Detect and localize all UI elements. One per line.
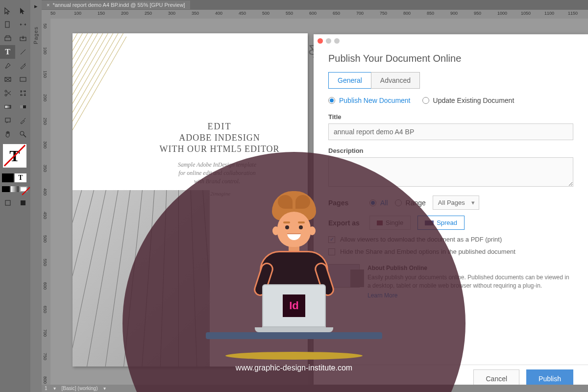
about-publish-online: About Publish Online Easily publish your… bbox=[328, 264, 573, 300]
svg-rect-22 bbox=[21, 200, 25, 205]
export-as-label: Export as bbox=[328, 219, 363, 227]
svg-point-19 bbox=[20, 131, 24, 135]
view-mode-preview[interactable] bbox=[15, 196, 30, 210]
swatch-fill-black[interactable] bbox=[2, 173, 14, 182]
tab-close-icon[interactable]: × bbox=[47, 2, 49, 8]
swatch-mini-gradient[interactable] bbox=[11, 186, 19, 192]
learn-more-link[interactable]: Learn More bbox=[368, 292, 573, 300]
type-tool[interactable]: T bbox=[0, 45, 15, 59]
publish-online-dialog: Publish Your Document Online General Adv… bbox=[314, 34, 588, 392]
title-input[interactable] bbox=[328, 123, 573, 140]
zoom-tool[interactable] bbox=[15, 127, 30, 141]
dialog-tabs: General Advanced bbox=[328, 72, 573, 89]
side-panel-label[interactable]: Pages bbox=[33, 26, 39, 44]
minimize-window-icon[interactable] bbox=[326, 38, 331, 44]
about-icon bbox=[328, 264, 360, 288]
gap-tool[interactable] bbox=[15, 18, 30, 31]
rectangle-frame-tool[interactable] bbox=[0, 73, 15, 86]
view-mode-normal[interactable] bbox=[0, 196, 15, 210]
checkbox-hide-share-label: Hide the Share and Embed options in the … bbox=[340, 248, 515, 255]
svg-line-3 bbox=[21, 49, 25, 54]
pages-select[interactable]: All Pages bbox=[433, 196, 479, 210]
svg-rect-15 bbox=[5, 105, 11, 108]
selection-tool[interactable] bbox=[0, 4, 15, 18]
direct-selection-tool[interactable] bbox=[15, 4, 30, 18]
swatch-text[interactable]: T bbox=[15, 173, 26, 182]
eyedropper-tool[interactable] bbox=[15, 114, 30, 127]
hand-tool[interactable] bbox=[0, 127, 15, 141]
content-collector-tool[interactable] bbox=[0, 31, 15, 45]
svg-point-14 bbox=[24, 95, 25, 96]
export-spread-button[interactable]: Spread bbox=[417, 216, 465, 230]
svg-point-12 bbox=[24, 91, 25, 92]
swatch-mini-fill[interactable] bbox=[2, 186, 10, 192]
radio-pages-range[interactable]: Range bbox=[395, 199, 426, 207]
gradient-swatch-tool[interactable] bbox=[0, 100, 15, 114]
expand-panel-icon[interactable]: ▸ bbox=[30, 0, 42, 12]
dialog-title: Publish Your Document Online bbox=[314, 47, 588, 72]
building-photo bbox=[73, 190, 210, 367]
pages-label: Pages bbox=[328, 199, 363, 207]
status-bar: 1 ▾ [Basic] (working) ▾ bbox=[42, 385, 588, 392]
svg-point-11 bbox=[20, 91, 22, 92]
gradient-feather-tool[interactable] bbox=[15, 100, 30, 114]
radio-pages-all[interactable]: All bbox=[369, 199, 388, 207]
side-panel-strip: ▸ Pages bbox=[30, 0, 42, 392]
document-tab[interactable]: × *annual report demo A4 BP.indd @ 55% [… bbox=[42, 0, 190, 9]
ruler-horizontal: 5010015020025030035040045050055060065070… bbox=[42, 10, 588, 19]
radio-publish-new[interactable]: Publish New Document bbox=[328, 97, 411, 104]
svg-rect-21 bbox=[5, 200, 10, 205]
page-headline: EDIT ADOBE INDESIGN WITH OUR HTML5 EDITO… bbox=[136, 122, 303, 154]
svg-line-20 bbox=[24, 135, 26, 137]
tab-title: *annual report demo A4 BP.indd @ 55% [GP… bbox=[52, 2, 185, 8]
line-tool[interactable] bbox=[15, 45, 30, 59]
ruler-vertical: 5010015020025030035040045050055060065070… bbox=[42, 19, 50, 385]
svg-point-8 bbox=[5, 90, 7, 92]
status-view: [Basic] (working) bbox=[62, 386, 98, 391]
pen-tool[interactable] bbox=[0, 59, 15, 73]
pencil-tool[interactable] bbox=[15, 59, 30, 73]
type-color-indicator[interactable]: T bbox=[3, 144, 26, 168]
svg-point-13 bbox=[20, 95, 22, 96]
radio-update-existing[interactable]: Update Existing Document bbox=[422, 97, 514, 104]
svg-rect-10 bbox=[21, 91, 25, 95]
document-tab-bar: × *annual report demo A4 BP.indd @ 55% [… bbox=[42, 0, 588, 10]
title-field-label: Title bbox=[328, 113, 573, 121]
svg-point-9 bbox=[5, 94, 7, 96]
content-placer-tool[interactable] bbox=[15, 31, 30, 45]
scissors-tool[interactable] bbox=[0, 86, 15, 100]
rectangle-tool[interactable] bbox=[15, 73, 30, 86]
status-page-number[interactable]: 1 bbox=[45, 386, 48, 391]
page-tool[interactable] bbox=[0, 18, 15, 31]
svg-rect-7 bbox=[20, 77, 26, 81]
checkbox-allow-pdf[interactable]: ✓ bbox=[328, 236, 335, 243]
export-single-button[interactable]: Single bbox=[369, 216, 411, 230]
note-tool[interactable] bbox=[0, 114, 15, 127]
tools-panel: T T T bbox=[0, 0, 30, 392]
tab-general[interactable]: General bbox=[328, 72, 371, 89]
checkbox-hide-share[interactable] bbox=[328, 248, 335, 255]
document-page[interactable]: Ƹ̵̡ EDIT ADOBE INDESIGN WITH OUR HTML5 E… bbox=[73, 33, 308, 367]
svg-rect-17 bbox=[20, 105, 23, 108]
svg-rect-0 bbox=[5, 22, 9, 27]
description-field-label: Description bbox=[328, 147, 573, 154]
swatch-mini-none[interactable] bbox=[20, 186, 27, 192]
checkbox-allow-pdf-label: Allow viewers to download the document a… bbox=[340, 236, 502, 243]
dialog-titlebar[interactable] bbox=[314, 34, 588, 47]
tab-advanced[interactable]: Advanced bbox=[371, 72, 420, 89]
zoom-window-icon[interactable] bbox=[334, 38, 340, 44]
description-input[interactable] bbox=[328, 157, 573, 187]
close-window-icon[interactable] bbox=[318, 38, 323, 44]
svg-rect-18 bbox=[5, 118, 10, 122]
free-transform-tool[interactable] bbox=[15, 86, 30, 100]
svg-rect-1 bbox=[5, 37, 11, 41]
